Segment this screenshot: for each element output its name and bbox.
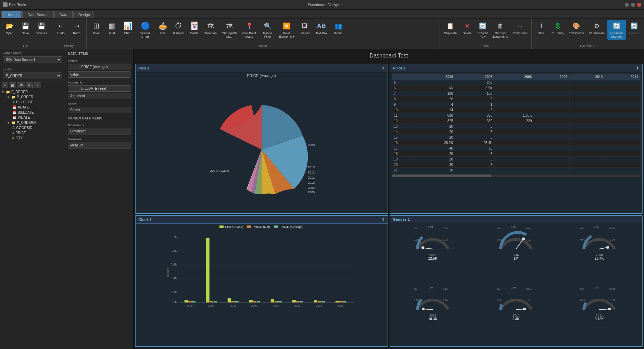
images-button[interactable]: 🖼 Images <box>297 20 312 36</box>
gauges-button[interactable]: ⏱ Gauges <box>171 20 186 36</box>
tab-datasource[interactable]: Data Source <box>22 11 53 18</box>
tree-qty[interactable]: # QTY <box>0 135 65 141</box>
tree-btn-1[interactable]: ≡ <box>2 82 8 88</box>
pies-button[interactable]: 🥧 Pies <box>155 20 170 36</box>
table-row: 15205 <box>392 135 641 140</box>
pies-export-icon[interactable]: ⬆ <box>381 66 385 70</box>
g2007-year: 2007 <box>513 253 519 257</box>
pivot-export-icon[interactable]: ⬆ <box>636 66 639 70</box>
undo-button[interactable]: ↩ Undo <box>53 20 68 36</box>
duplicate-button[interactable]: 📋 Duplicate <box>442 20 459 36</box>
title-button[interactable]: T Title <box>534 20 549 36</box>
price-avg-item[interactable]: ⋮⋮ ↑ PRICE (Average) <box>68 64 130 70</box>
edit-colors-button[interactable]: 🎨 Edit Colors <box>567 20 586 36</box>
billdate-item[interactable]: ⋮⋮ ↑ BILLDATE (Year) <box>68 85 130 92</box>
remove-data-button[interactable]: 🗑 RemoveData Items <box>491 20 510 40</box>
g2007-12m: 1.2M <box>526 238 532 241</box>
tab-data[interactable]: Data <box>54 11 73 18</box>
value-item[interactable]: Value <box>68 71 130 78</box>
tab-home[interactable]: Home <box>1 11 22 18</box>
pivot-table: 2006 2007 2008 2009 2010 2011 520066K3.5… <box>392 74 641 173</box>
tree-p-order[interactable]: ▼ 📁 P_ORDER <box>0 94 65 100</box>
filter-elements-button[interactable]: 🔽 FilterElements ▾ <box>277 20 296 40</box>
maximize-btn[interactable] <box>631 3 635 7</box>
save-as-button[interactable]: 💾 Save As <box>34 20 49 36</box>
g2009-track <box>417 300 448 310</box>
pie-label-2007: 2007: 42.27% <box>210 169 229 172</box>
transpose-button[interactable]: ↔ Transpose <box>511 20 529 36</box>
redo-button[interactable]: ↪ Redo <box>69 20 84 36</box>
range-icon: 🔍 <box>263 21 273 31</box>
geopoint-icon: 📍 <box>244 21 254 31</box>
update-button[interactable]: 🔄 Update <box>627 20 642 36</box>
tree-billcode[interactable]: A BILLCODE <box>0 100 65 105</box>
g2011-needle <box>599 309 609 310</box>
cards-button[interactable]: 🃏 Cards <box>187 20 202 36</box>
tree-btn-2[interactable]: ☰ <box>9 82 16 88</box>
minimize-btn[interactable] <box>625 3 629 7</box>
dimension-item[interactable]: Dimension <box>68 128 130 134</box>
ribbon-item-items: 📋 Duplicate ✕ Delete 🔄 ConvertTo ▾ 🗑 Rem… <box>442 20 529 43</box>
group-button[interactable]: 👥 Group <box>331 20 346 36</box>
series-item[interactable]: Series <box>68 107 130 113</box>
tree-btn-5[interactable]: ⋮ <box>34 82 41 88</box>
tree-root[interactable]: ▼ 📁 P_ORDER <box>0 89 65 94</box>
pivot-scrollbar-thumb[interactable] <box>392 174 491 177</box>
convert-icon: 🔄 <box>478 21 488 31</box>
pivot-content[interactable]: 2006 2007 2008 2009 2010 2011 520066K3.5… <box>390 72 642 213</box>
chart-button[interactable]: 📊 Chart <box>120 20 135 36</box>
g2008-06m: 0.6M <box>609 227 615 230</box>
g2009-year: 2009 <box>429 314 436 317</box>
scatter-chart-button[interactable]: 🔵 ScatterChart <box>136 20 154 40</box>
currency-icon: 💲 <box>553 21 563 31</box>
pivot-header: Pivot 1 ⬆ <box>390 64 642 72</box>
bar-2007-max <box>206 238 210 302</box>
open-button[interactable]: 📂 Open <box>2 20 17 36</box>
pivot-scrollbar[interactable] <box>392 174 641 177</box>
tree-goodsid[interactable]: A GOODSID <box>0 125 65 130</box>
delete-button[interactable]: ✕ Delete <box>459 20 475 36</box>
g2007-value: 1M <box>514 257 518 260</box>
currency-button[interactable]: 💲 Currency <box>550 20 566 36</box>
textbox-button[interactable]: AB Text Box <box>313 20 330 36</box>
pivot-button[interactable]: ⊞ Pivot <box>89 20 104 36</box>
grid-button[interactable]: ▦ Grid <box>104 20 119 36</box>
tree-btn-4[interactable]: ⚙ <box>26 82 33 88</box>
tree-btn-3[interactable]: 🔎 <box>17 82 25 88</box>
tree-price[interactable]: # PRICE <box>0 130 65 135</box>
convert-button[interactable]: 🔄 ConvertTo ▾ <box>475 20 490 40</box>
parameters-button[interactable]: ⚙ Parameters <box>586 20 607 36</box>
dashboard-grid: Pies 1 ⬆ PRICE (Average) <box>134 62 644 348</box>
ribbon-group-history: ↩ Undo ↪ Redo History <box>51 18 87 49</box>
treemap-button[interactable]: 🗺 Treemap <box>202 20 219 36</box>
ribbon-insert-items: ⊞ Pivot ▦ Grid 📊 Chart 🔵 ScatterChart 🥧 … <box>89 20 438 43</box>
tree-p-orderd[interactable]: ▼ 📁 P_ORDERD <box>0 120 65 125</box>
canvas-area: Dashboard Test Pies 1 ⬆ PRICE (Average) <box>134 49 644 349</box>
measure-item[interactable]: Measure <box>68 142 130 148</box>
bar-2011-max <box>292 300 296 302</box>
query-select[interactable]: P_ORDER <box>3 73 62 79</box>
update-icon: 🔄 <box>629 21 639 31</box>
datasource-select[interactable]: SQL Data Source 1 <box>3 56 62 63</box>
tree-billdate[interactable]: 📅 BILLDATE <box>0 110 65 115</box>
choropleth-button[interactable]: 🗺 ChoroplethMap <box>219 20 239 40</box>
argument-item[interactable]: Argument <box>68 93 130 99</box>
pivot-th-2008: 2008 <box>495 74 534 80</box>
tree-adate[interactable]: 📅 ADATE <box>0 105 65 110</box>
g2010-needle <box>516 309 525 310</box>
gauge-2006-svg: 0M 0.3M 0.6M 0.9M 1.2M <box>411 225 455 253</box>
chart-export-icon[interactable]: ⬆ <box>381 217 385 222</box>
tree-wdate[interactable]: 📅 WDATE <box>0 115 65 120</box>
save-button[interactable]: 💾 Save <box>18 20 33 36</box>
close-btn[interactable] <box>637 3 641 7</box>
range-filter-button[interactable]: 🔍 RangeFilter <box>259 20 276 40</box>
table-row: 21205 <box>392 168 641 173</box>
automatic-updates-button[interactable]: 🔄 AutomaticUpdates <box>607 20 626 40</box>
g2010-09m: 0.9M <box>497 299 503 301</box>
legend-avg: PRICE (Average) <box>274 225 303 229</box>
table-row: 10246 <box>392 107 641 113</box>
data-tree: ▼ 📁 P_ORDER ▼ 📁 P_ORDER A BILLCODE 📅 ADA… <box>0 89 65 349</box>
geopoint-button[interactable]: 📍 Geo PointMaps <box>240 20 258 40</box>
tab-design[interactable]: Design <box>73 11 95 18</box>
transpose-icon: ↔ <box>515 21 525 31</box>
